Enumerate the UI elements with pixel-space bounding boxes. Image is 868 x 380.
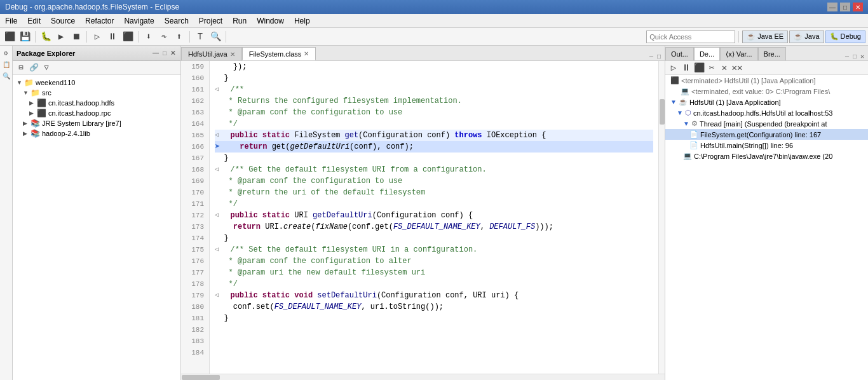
tree-label-jre: JRE System Library [jre7] xyxy=(42,119,121,127)
code-line-167: ➤ return get(getDefaultUri(conf), conf); xyxy=(215,141,653,153)
code-line-178: ◁ /** Set the default filesystem URI in … xyxy=(215,244,653,255)
debug-remove-all[interactable]: ✕✕ xyxy=(731,62,743,74)
toolbar-step-over[interactable]: ↷ xyxy=(157,30,171,44)
package-explorer-toolbar: ⊟ 🔗 ▽ xyxy=(13,61,180,75)
debug-close[interactable]: ✕ xyxy=(859,53,865,60)
code-line-182: ◁ public static void setDefaultUri(Confi… xyxy=(215,290,653,301)
debug-item-label-hdfsutil-main: HdfsUtil.main(String[]) line: 96 xyxy=(700,142,793,149)
menu-refactor[interactable]: Refactor xyxy=(80,14,119,27)
code-line-165: */ xyxy=(215,118,653,130)
perspective-java[interactable]: ☕ Java xyxy=(789,31,824,43)
toolbar-suspend[interactable]: ⏸ xyxy=(105,30,119,44)
toolbar-sep-3 xyxy=(138,31,139,43)
panel-close[interactable]: ✕ xyxy=(169,50,177,57)
tree-item-weekend110[interactable]: ▼ 📁 weekend110 xyxy=(14,78,179,88)
debug-suspend[interactable]: ⏸ xyxy=(681,62,692,74)
toolbar-terminate[interactable]: ⬛ xyxy=(121,30,135,44)
maximize-btn[interactable]: □ xyxy=(840,3,850,11)
collapse-all[interactable]: ⊟ xyxy=(15,62,27,74)
code-line-170: ◁ /** Get the default filesystem URI fro… xyxy=(215,164,653,175)
left-icon-1[interactable]: ⚙ xyxy=(1,48,11,58)
editor-maximize[interactable]: □ xyxy=(656,53,662,60)
toolbar-step-into[interactable]: ⬇ xyxy=(142,30,156,44)
window-controls[interactable]: — □ ✕ xyxy=(827,3,863,11)
debug-item-app[interactable]: ▼ ☕ HdfsUtil (1) [Java Application] xyxy=(665,97,868,107)
panel-minimize[interactable]: — xyxy=(151,50,160,57)
menu-window[interactable]: Window xyxy=(252,14,289,27)
toolbar-save[interactable]: 💾 xyxy=(18,30,32,44)
close-btn[interactable]: ✕ xyxy=(853,3,863,11)
toolbar-search[interactable]: 🔍 xyxy=(208,30,222,44)
toolbar-stop[interactable]: ⏹ xyxy=(69,30,83,44)
debug-item-localhost[interactable]: ▼ ⬡ cn.itcast.hadoop.hdfs.HdfsUtil at lo… xyxy=(665,107,868,118)
debug-resume[interactable]: ▷ xyxy=(668,62,679,74)
debug-item-thread[interactable]: ▼ ⚙ Thread [main] (Suspended (breakpoint… xyxy=(665,118,868,129)
minimize-btn[interactable]: — xyxy=(827,3,837,11)
perspective-debug[interactable]: 🐛 Debug xyxy=(825,31,865,43)
editor-tab-controls[interactable]: — □ xyxy=(648,53,665,60)
tab-output[interactable]: Out... xyxy=(665,47,694,60)
menu-navigate[interactable]: Navigate xyxy=(119,14,159,27)
tree-item-src[interactable]: ▼ 📁 src xyxy=(14,88,179,98)
debug-minimize[interactable]: — xyxy=(844,53,850,60)
debug-panel-controls[interactable]: — □ ✕ xyxy=(844,53,868,60)
debug-item-filesystem-get[interactable]: 📄 FileSystem.get(Configuration) line: 16… xyxy=(665,129,868,140)
debug-item-hdfsutil-main[interactable]: 📄 HdfsUtil.main(String[]) line: 96 xyxy=(665,140,868,151)
toolbar-step-return[interactable]: ⬆ xyxy=(172,30,186,44)
code-line-179: * @param conf the configuration to alter xyxy=(215,255,653,267)
debug-maximize[interactable]: □ xyxy=(851,53,858,60)
tab-debug[interactable]: De... xyxy=(694,47,720,60)
debug-toolbar: ▷ ⏸ ⬛ ✂ ✕ ✕✕ xyxy=(665,61,868,75)
menu-source[interactable]: Source xyxy=(46,14,80,27)
toolbar-resume[interactable]: ▷ xyxy=(90,30,104,44)
toolbar-new[interactable]: ⬛ xyxy=(3,30,17,44)
panel-controls[interactable]: — □ ✕ xyxy=(151,50,177,57)
menu-search[interactable]: Search xyxy=(159,14,194,27)
panel-maximize[interactable]: □ xyxy=(161,50,168,57)
toolbar-debug[interactable]: 🐛 xyxy=(39,30,53,44)
menu-project[interactable]: Project xyxy=(194,14,227,27)
quick-access-input[interactable] xyxy=(646,31,735,43)
link-with-editor[interactable]: 🔗 xyxy=(28,62,39,74)
menu-edit[interactable]: Edit xyxy=(22,14,46,27)
left-icon-2[interactable]: 📋 xyxy=(1,60,11,70)
debug-item-terminated-2[interactable]: 💻 <terminated, exit value: 0> C:\Program… xyxy=(665,86,868,97)
vertical-scrollbar[interactable] xyxy=(658,61,665,374)
tree-item-hadoop-lib[interactable]: ▶ 📚 hadoop-2.4.1lib xyxy=(14,128,179,139)
code-line-173: */ xyxy=(215,198,653,210)
editor-minimize[interactable]: — xyxy=(648,53,654,60)
toolbar: ⬛ 💾 🐛 ▶ ⏹ ▷ ⏸ ⬛ ⬇ ↷ ⬆ T 🔍 ☕ Java EE ☕ Ja… xyxy=(0,28,868,46)
toolbar-run[interactable]: ▶ xyxy=(54,30,68,44)
tab-hdfsutil-close[interactable]: ✕ xyxy=(230,51,235,58)
debug-item-terminated-1[interactable]: ⬛ <terminated> HdfsUtil (1) [Java Applic… xyxy=(665,75,868,86)
tab-hdfsutil[interactable]: HdfsUtil.java ✕ xyxy=(181,47,242,60)
toolbar-open-type[interactable]: T xyxy=(193,30,207,44)
perspective-javaee[interactable]: ☕ Java EE xyxy=(742,31,788,43)
tab-variables[interactable]: ⟨x⟩ Var... xyxy=(720,47,757,60)
menu-file[interactable]: File xyxy=(0,14,22,27)
tab-filesystem-close[interactable]: ✕ xyxy=(304,50,309,57)
debug-disconnect[interactable]: ✂ xyxy=(706,62,717,74)
tree-label-src: src xyxy=(42,89,51,97)
menu-help[interactable]: Help xyxy=(289,14,315,27)
debug-terminate[interactable]: ⬛ xyxy=(693,62,705,74)
code-line-183: conf.set(FS_DEFAULT_NAME_KEY, uri.toStri… xyxy=(215,301,653,313)
tab-filesystem[interactable]: FileSystem.class ✕ xyxy=(242,47,316,60)
tab-breakpoints[interactable]: Bre... xyxy=(758,47,786,60)
editor-tabs: HdfsUtil.java ✕ FileSystem.class ✕ — □ xyxy=(181,46,665,61)
tree-item-jre[interactable]: ▶ 📚 JRE System Library [jre7] xyxy=(14,118,179,128)
code-line-176: } xyxy=(215,233,653,244)
menu-run[interactable]: Run xyxy=(227,14,252,27)
tree-item-rpc[interactable]: ▶ ⬛ cn.itcast.hadoop.rpc xyxy=(14,108,179,118)
tree-item-hdfs[interactable]: ▶ ⬛ cn.itcast.hadoop.hdfs xyxy=(14,98,179,108)
scroll-thumb[interactable] xyxy=(660,99,665,125)
h-scroll-thumb[interactable] xyxy=(182,375,220,380)
tree-options[interactable]: ▽ xyxy=(41,62,52,74)
debug-item-javaw[interactable]: 💻 C:\Program Files\Java\jre7\bin\javaw.e… xyxy=(665,151,868,161)
code-line-168: } xyxy=(215,153,653,164)
code-editor[interactable]: }); } ◁ /** * Returns the configured fil… xyxy=(210,61,658,374)
left-icon-3[interactable]: 🔍 xyxy=(1,71,11,81)
horizontal-scrollbar[interactable] xyxy=(181,374,665,380)
debug-remove[interactable]: ✕ xyxy=(719,62,730,74)
tree-label-weekend110: weekend110 xyxy=(36,79,75,86)
